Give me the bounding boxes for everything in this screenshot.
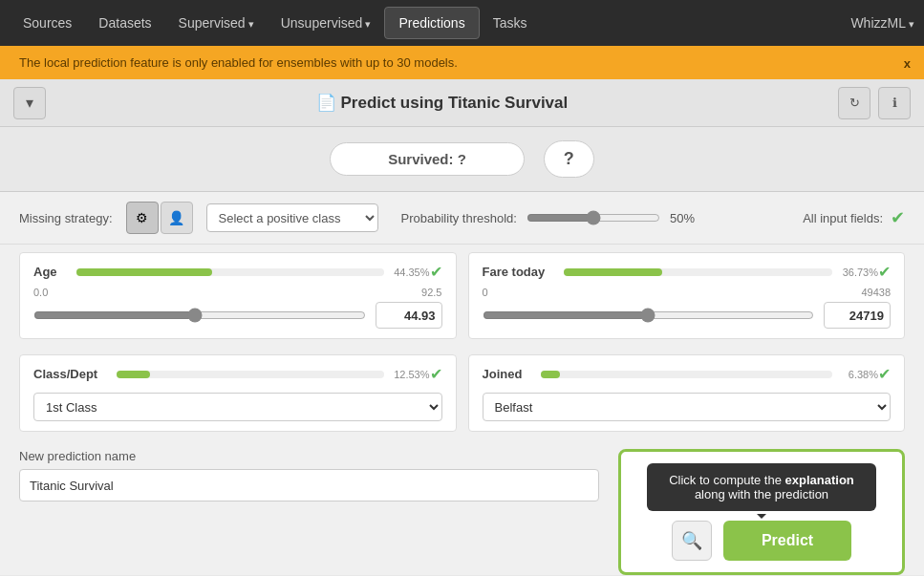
nav-item-tasks[interactable]: Tasks: [480, 8, 541, 38]
predict-button[interactable]: Predict: [723, 521, 851, 561]
all-input-fields-label: All input fields:: [803, 211, 883, 225]
probability-section: Probability threshold: 50%: [401, 210, 695, 225]
predict-buttons: 🔍 Predict: [672, 521, 851, 561]
joined-check[interactable]: ✔: [878, 365, 891, 383]
all-input-fields-check[interactable]: ✔: [891, 207, 905, 228]
fare-min: 0: [483, 287, 488, 298]
header-refresh-btn[interactable]: ↻: [838, 87, 870, 119]
explain-icon: 🔍: [681, 530, 702, 551]
age-slider-row: [33, 302, 442, 329]
fields-grid: Age 44.35% ✔ 0.0 92.5 Fare today: [0, 245, 924, 439]
warning-banner: The local prediction feature is only ena…: [0, 46, 924, 79]
field-card-fare: Fare today 36.73% ✔ 0 49438: [468, 252, 906, 339]
fare-slider[interactable]: [483, 308, 815, 323]
fare-slider-row: [483, 302, 892, 329]
fare-bar-fill: [564, 268, 662, 276]
strategy-btns: ⚙ 👤: [126, 202, 193, 234]
field-name-fare: Fare today: [483, 265, 546, 279]
age-check[interactable]: ✔: [430, 263, 442, 281]
strategy-btn-1[interactable]: ⚙: [126, 202, 159, 234]
field-name-age: Age: [33, 265, 57, 279]
class-bar-fill: [117, 371, 150, 378]
explain-button[interactable]: 🔍: [672, 521, 712, 561]
joined-select[interactable]: Belfast Southampton Cherbourg Queenstown: [483, 393, 892, 421]
warning-close[interactable]: x: [904, 55, 911, 70]
top-nav: Sources Datasets Supervised Unsupervised…: [0, 0, 924, 46]
fare-check[interactable]: ✔: [878, 263, 891, 281]
joined-percent: 6.38%: [840, 369, 878, 380]
age-max: 92.5: [421, 287, 441, 298]
fare-max: 49438: [861, 287, 891, 298]
prediction-output: Survived: ? ?: [0, 127, 924, 192]
header-title: 📄 Predict using Titanic Survival: [55, 93, 828, 113]
probability-label: Probability threshold:: [401, 211, 517, 225]
tooltip-text-1: Click to compute the: [669, 473, 784, 487]
class-percent: 12.53%: [392, 369, 430, 380]
nav-item-supervised[interactable]: Supervised: [165, 8, 268, 38]
fare-range-row: 0 49438: [483, 287, 892, 298]
class-check[interactable]: ✔: [430, 365, 442, 383]
probability-value: 50%: [670, 211, 695, 225]
age-range-row: 0.0 92.5: [33, 287, 442, 298]
field-card-joined: Joined 6.38% ✔ Belfast Southampton Cherb…: [468, 354, 906, 432]
prediction-name-label: New prediction name: [19, 449, 599, 463]
header-info-btn[interactable]: ℹ: [878, 87, 911, 119]
fare-bar-track: [564, 268, 832, 276]
header-doc-icon: 📄: [316, 94, 341, 112]
predict-area: Click to compute the explanation along w…: [618, 449, 905, 575]
survived-pill: Survived: ?: [330, 142, 525, 176]
strategy-btn-2[interactable]: 👤: [161, 202, 193, 234]
age-bar-fill: [76, 268, 213, 276]
tooltip-bold-text: explanation: [785, 473, 854, 487]
nav-item-unsupervised[interactable]: Unsupervised: [268, 8, 385, 38]
missing-strategy-label: Missing strategy:: [19, 211, 113, 225]
header-menu-btn[interactable]: ▾: [13, 87, 46, 119]
field-card-class: Class/Dept 12.53% ✔ 1st Class 2nd Class …: [19, 354, 457, 432]
controls-row: Missing strategy: ⚙ 👤 Select a positive …: [0, 192, 924, 245]
joined-bar-fill: [541, 371, 559, 378]
class-select[interactable]: 1st Class 2nd Class 3rd Class Crew: [33, 393, 442, 421]
nav-item-datasets[interactable]: Datasets: [85, 8, 164, 38]
nav-item-sources[interactable]: Sources: [10, 8, 85, 38]
header-bar: ▾ 📄 Predict using Titanic Survival ↻ ℹ: [0, 79, 924, 127]
bottom-section: New prediction name Click to compute the…: [0, 439, 924, 575]
age-min: 0.0: [33, 287, 48, 298]
fare-value-input[interactable]: [824, 302, 891, 329]
age-value-input[interactable]: [376, 302, 442, 329]
class-bar-track: [117, 371, 383, 378]
tooltip-text-2: along with the prediction: [695, 487, 828, 501]
age-slider[interactable]: [33, 308, 366, 323]
positive-class-select[interactable]: Select a positive class: [206, 203, 378, 232]
field-name-class: Class/Dept: [33, 367, 97, 381]
field-card-age: Age 44.35% ✔ 0.0 92.5: [19, 252, 457, 339]
all-input-fields: All input fields: ✔: [803, 207, 905, 228]
joined-bar-track: [541, 371, 832, 378]
age-bar-track: [76, 268, 384, 276]
probability-slider[interactable]: [526, 210, 660, 225]
field-name-joined: Joined: [483, 367, 523, 381]
prediction-name-section: New prediction name: [19, 449, 599, 501]
fare-percent: 36.73%: [840, 267, 878, 278]
nav-logo[interactable]: WhizzML: [850, 15, 914, 31]
age-percent: 44.35%: [392, 267, 430, 278]
warning-text: The local prediction feature is only ena…: [19, 55, 458, 70]
tooltip-bubble: Click to compute the explanation along w…: [647, 463, 876, 511]
prediction-name-input[interactable]: [19, 469, 599, 501]
question-pill: ?: [544, 140, 594, 178]
nav-item-predictions[interactable]: Predictions: [384, 7, 479, 39]
